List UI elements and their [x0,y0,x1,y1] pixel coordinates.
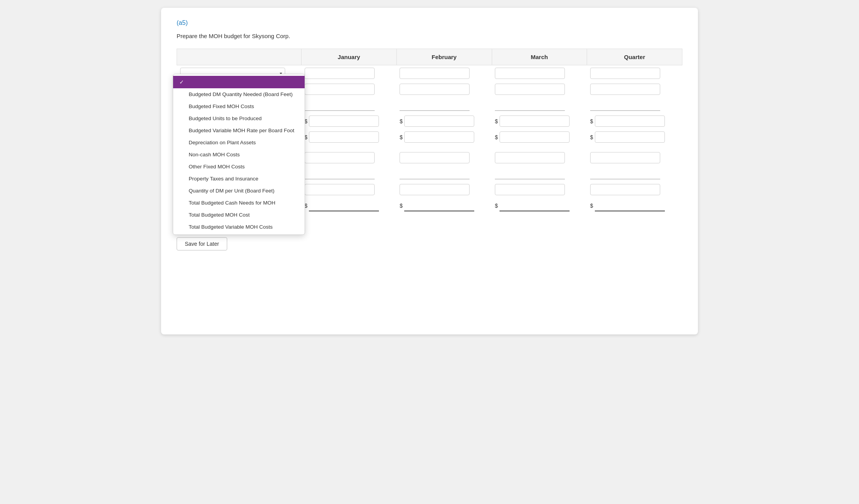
save-for-later-button[interactable]: Save for Later [177,237,227,250]
row7-qtr-cell [587,166,682,182]
checkmark-icon: ✓ [179,79,186,85]
row4-jan-cell: $ [302,113,397,129]
row9-mar-cell: $ [492,198,587,214]
row5-mar-input[interactable] [500,131,570,143]
row4-qtr-cell: $ [587,113,682,129]
row8-qtr-cell [587,182,682,198]
row1-mar-cell [492,65,587,82]
row8-mar-input[interactable] [495,184,565,195]
row1-feb-cell [396,65,492,82]
row8-feb-input[interactable] [400,184,470,195]
dropdown-item-label: Depreciation on Plant Assets [189,140,256,145]
dropdown-overlay-item[interactable]: Total Budgeted Variable MOH Costs [173,221,305,233]
dollar-sign: $ [590,118,593,124]
row7-mar-cell [492,166,587,182]
row1-jan-input[interactable] [305,68,375,79]
row9-feb-cell: $ [396,198,492,214]
col-header-label [177,49,302,65]
row3-feb-input[interactable] [400,100,470,111]
row2-feb-cell [396,81,492,97]
row9-jan-input[interactable] [309,200,379,212]
row2-jan-cell [302,81,397,97]
dollar-sign: $ [400,203,403,209]
row2-feb-input[interactable] [400,84,470,95]
row9-mar-input[interactable] [500,200,570,212]
row5-qtr-input[interactable] [595,131,665,143]
row3-qtr-input[interactable] [590,100,660,111]
row3-jan-cell [302,97,397,113]
row7-feb-cell [396,166,492,182]
dropdown-item-label: Total Budgeted MOH Cost [189,212,250,218]
row2-mar-input[interactable] [495,84,565,95]
dropdown-overlay-item[interactable]: Other Fixed MOH Costs [173,161,305,173]
row3-qtr-cell [587,97,682,113]
row5-qtr-cell: $ [587,129,682,145]
dropdown-item-label: Total Budgeted Variable MOH Costs [189,224,273,230]
dropdown-overlay-item[interactable]: Budgeted Fixed MOH Costs [173,100,305,112]
dropdown-overlay-item[interactable]: Total Budgeted Cash Needs for MOH [173,197,305,209]
row8-jan-input[interactable] [305,184,375,195]
dropdown-item-label: Budgeted Units to be Produced [189,116,262,121]
dropdown-overlay-item[interactable]: Quantity of DM per Unit (Board Feet) [173,185,305,197]
section-label: (a5) [177,19,682,26]
row5-mar-cell: $ [492,129,587,145]
dollar-sign: $ [495,134,498,140]
dropdown-overlay-item[interactable]: Budgeted Variable MOH Rate per Board Foo… [173,124,305,136]
dropdown-overlay-item[interactable]: ✓ [173,76,305,88]
row3-mar-input[interactable] [495,100,565,111]
dropdown-item-label: Budgeted DM Quantity Needed (Board Feet) [189,91,293,97]
row2-jan-input[interactable] [305,84,375,95]
row3-jan-input[interactable] [305,100,375,111]
row5-feb-cell: $ [396,129,492,145]
row9-qtr-cell: $ [587,198,682,214]
row2-mar-cell [492,81,587,97]
row6-jan-cell [302,150,397,166]
row4-feb-input[interactable] [404,116,474,127]
dollar-sign: $ [590,134,593,140]
row6-mar-input[interactable] [495,152,565,163]
dropdown-overlay-item[interactable]: Total Budgeted MOH Cost [173,209,305,221]
row3-mar-cell [492,97,587,113]
row6-jan-input[interactable] [305,152,375,163]
row8-qtr-input[interactable] [590,184,660,195]
row6-qtr-input[interactable] [590,152,660,163]
dropdown-overlay-item[interactable]: Property Taxes and Insurance [173,173,305,185]
row5-feb-input[interactable] [404,131,474,143]
row6-mar-cell [492,150,587,166]
dropdown-item-label: Budgeted Variable MOH Rate per Board Foo… [189,128,294,133]
row3-feb-cell [396,97,492,113]
dollar-sign: $ [590,203,593,209]
row1-qtr-input[interactable] [590,68,660,79]
page-container: (a5) Prepare the MOH budget for Skysong … [161,8,698,334]
dollar-sign: $ [400,134,403,140]
col-header-february: February [396,49,492,65]
dropdown-overlay-item[interactable]: Budgeted Units to be Produced [173,112,305,124]
row1-feb-input[interactable] [400,68,470,79]
row6-feb-input[interactable] [400,152,470,163]
dropdown-overlay-item[interactable]: Non-cash MOH Costs [173,149,305,161]
row9-qtr-input[interactable] [595,200,665,212]
row4-jan-input[interactable] [309,116,379,127]
dropdown-item-label: Other Fixed MOH Costs [189,164,245,170]
row2-qtr-input[interactable] [590,84,660,95]
dollar-sign: $ [495,203,498,209]
row7-mar-input[interactable] [495,168,565,179]
row4-qtr-input[interactable] [595,116,665,127]
row5-jan-input[interactable] [309,131,379,143]
row1-mar-input[interactable] [495,68,565,79]
dollar-sign: $ [495,118,498,124]
dropdown-overlay-item[interactable]: Budgeted DM Quantity Needed (Board Feet) [173,88,305,100]
row1-qtr-cell [587,65,682,82]
row7-feb-input[interactable] [400,168,470,179]
subtitle: Prepare the MOH budget for Skysong Corp. [177,33,682,39]
col-header-quarter: Quarter [587,49,682,65]
row4-mar-input[interactable] [500,116,570,127]
row7-qtr-input[interactable] [590,168,660,179]
dollar-sign: $ [400,118,403,124]
dropdown-overlay-item[interactable]: Depreciation on Plant Assets [173,136,305,149]
row9-feb-input[interactable] [404,200,474,212]
row7-jan-input[interactable] [305,168,375,179]
row4-feb-cell: $ [396,113,492,129]
row6-feb-cell [396,150,492,166]
col-header-january: January [302,49,397,65]
